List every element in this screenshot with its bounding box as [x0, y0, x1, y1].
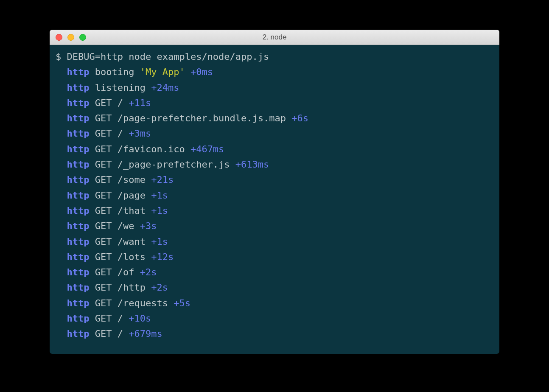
log-line: http listening +24ms — [56, 80, 493, 95]
indent — [56, 157, 67, 172]
log-message: GET /want — [95, 236, 151, 247]
log-quoted: 'My App' — [140, 67, 185, 77]
minimize-icon[interactable] — [67, 34, 74, 41]
log-timing: +679ms — [129, 328, 162, 339]
indent — [56, 142, 67, 157]
log-timing: +2s — [151, 282, 168, 293]
indent — [56, 188, 67, 203]
log-timing: +2s — [140, 267, 157, 277]
log-tag: http — [67, 159, 89, 170]
indent — [56, 80, 67, 95]
log-line: http GET / +11s — [56, 95, 493, 111]
log-message: GET /we — [95, 221, 140, 231]
log-tag: http — [67, 67, 89, 77]
log-message: GET /page-prefetcher.bundle.js.map — [95, 113, 292, 123]
log-line: http booting 'My App' +0ms — [56, 64, 493, 80]
log-line: http GET / +679ms — [56, 326, 493, 342]
indent — [56, 311, 67, 326]
log-tag: http — [67, 328, 89, 339]
titlebar[interactable]: 2. node — [50, 30, 499, 45]
log-output: http booting 'My App' +0ms http listenin… — [56, 64, 493, 342]
log-tag: http — [67, 205, 89, 216]
log-message: GET /favicon.ico — [95, 144, 190, 154]
log-line: http GET /want +1s — [56, 234, 493, 249]
log-tag: http — [67, 98, 89, 108]
log-message: GET / — [95, 98, 129, 108]
log-tag: http — [67, 144, 89, 154]
log-line: http GET /we +3s — [56, 218, 493, 234]
window-title: 2. node — [263, 33, 287, 42]
log-line: http GET /page +1s — [56, 188, 493, 203]
log-message: listening — [95, 82, 151, 93]
log-tag: http — [67, 221, 89, 231]
log-timing: +10s — [129, 313, 151, 324]
log-tag: http — [67, 128, 89, 139]
log-timing: +1s — [151, 236, 168, 247]
log-timing: +1s — [151, 205, 168, 216]
log-timing: +6s — [291, 113, 308, 123]
zoom-icon[interactable] — [79, 34, 86, 41]
log-line: http GET / +3ms — [56, 126, 493, 141]
indent — [56, 280, 67, 295]
log-message: GET / — [95, 328, 129, 339]
command-text: DEBUG=http node examples/node/app.js — [67, 51, 269, 62]
log-tag: http — [67, 113, 89, 123]
indent — [56, 326, 67, 342]
log-message: GET /_page-prefetcher.js — [95, 159, 235, 170]
log-timing: +1s — [151, 190, 168, 201]
log-tag: http — [67, 313, 89, 324]
log-message: GET /requests — [95, 298, 174, 308]
log-line: http GET /of +2s — [56, 265, 493, 280]
log-tag: http — [67, 252, 89, 262]
command-line: $ DEBUG=http node examples/node/app.js — [56, 49, 493, 64]
indent — [56, 64, 67, 80]
indent — [56, 218, 67, 234]
indent — [56, 111, 67, 126]
log-message: GET /page — [95, 190, 151, 201]
log-message: GET / — [95, 128, 129, 139]
log-timing: +613ms — [235, 159, 269, 170]
log-tag: http — [67, 236, 89, 247]
log-tag: http — [67, 190, 89, 201]
log-message: GET /lots — [95, 252, 151, 262]
indent — [56, 249, 67, 265]
log-tag: http — [67, 82, 89, 93]
terminal-window: 2. node $ DEBUG=http node examples/node/… — [50, 30, 499, 354]
prompt-symbol: $ — [56, 51, 67, 62]
traffic-lights — [56, 34, 86, 41]
log-line: http GET /requests +5s — [56, 296, 493, 311]
log-message: GET / — [95, 313, 129, 324]
log-line: http GET / +10s — [56, 311, 493, 326]
log-timing: +12s — [151, 252, 174, 262]
log-line: http GET /page-prefetcher.bundle.js.map … — [56, 111, 493, 126]
log-line: http GET /that +1s — [56, 203, 493, 218]
log-timing: +5s — [174, 298, 190, 308]
indent — [56, 172, 67, 188]
log-line: http GET /http +2s — [56, 280, 493, 295]
log-timing: +3s — [140, 221, 157, 231]
log-timing: +3ms — [129, 128, 151, 139]
close-icon[interactable] — [56, 34, 62, 41]
log-tag: http — [67, 174, 89, 185]
terminal-body[interactable]: $ DEBUG=http node examples/node/app.js h… — [50, 45, 499, 354]
log-message: GET /that — [95, 205, 151, 216]
log-line: http GET /some +21s — [56, 172, 493, 188]
log-timing: +24ms — [151, 82, 179, 93]
log-message: GET /of — [95, 267, 140, 277]
log-line: http GET /favicon.ico +467ms — [56, 142, 493, 157]
indent — [56, 265, 67, 280]
indent — [56, 234, 67, 249]
indent — [56, 95, 67, 111]
log-message: GET /some — [95, 174, 151, 185]
log-tag: http — [67, 267, 89, 277]
log-tag: http — [67, 282, 89, 293]
log-tag: http — [67, 298, 89, 308]
log-message-post — [185, 67, 190, 77]
log-message: booting — [95, 67, 140, 77]
log-timing: +11s — [129, 98, 151, 108]
log-timing: +21s — [151, 174, 174, 185]
log-timing: +0ms — [190, 67, 213, 77]
log-message: GET /http — [95, 282, 151, 293]
indent — [56, 126, 67, 141]
log-line: http GET /lots +12s — [56, 249, 493, 265]
